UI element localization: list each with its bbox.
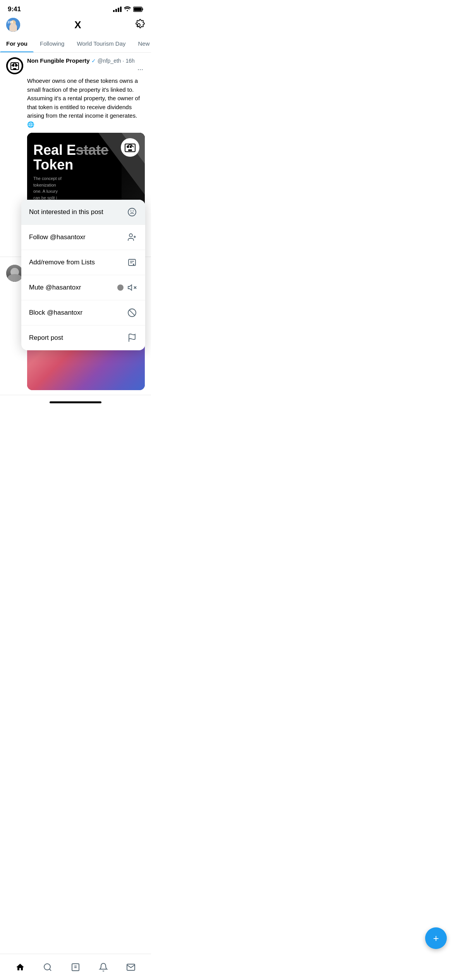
svg-point-5 <box>9 26 18 32</box>
list-add-icon <box>127 257 137 268</box>
wifi-icon <box>124 6 131 13</box>
tweet-1-header: Non Fungible Property ✓ @nfp_eth · 16h ·… <box>6 57 145 74</box>
svg-rect-11 <box>13 68 16 70</box>
status-bar: 9:41 <box>0 0 151 16</box>
tweet-1-handle: @nfp_eth <box>98 58 121 64</box>
frown-icon <box>127 207 137 218</box>
context-follow[interactable]: Follow @hasantoxr <box>21 225 145 250</box>
block-icon <box>127 307 137 318</box>
tab-new[interactable]: New A <box>132 35 151 52</box>
home-indicator <box>50 401 101 403</box>
context-block-label: Block @hasantoxr <box>29 308 127 317</box>
context-not-interested[interactable]: Not interested in this post <box>21 200 145 225</box>
context-follow-label: Follow @hasantoxr <box>29 233 127 242</box>
tweet-1-name-row: Non Fungible Property ✓ @nfp_eth · 16h ·… <box>27 57 145 74</box>
status-icons <box>113 6 143 13</box>
scroll-indicator <box>117 284 124 291</box>
svg-point-7 <box>8 59 22 73</box>
context-menu: Not interested in this post Follow @hasa… <box>21 200 145 350</box>
tweet-image-title-line1: Real Estate <box>33 142 108 158</box>
profile-avatar-img: 199 <box>6 18 20 32</box>
tabs: For you Following World Tourism Day New … <box>0 35 151 53</box>
context-report[interactable]: Report post <box>21 326 145 350</box>
nfp-logo <box>6 57 23 74</box>
context-not-interested-label: Not interested in this post <box>29 208 127 216</box>
flag-icon <box>127 332 137 343</box>
tweet-1-body: Whoever owns one of these tokens owns a … <box>27 77 145 129</box>
mute-icon <box>127 282 137 293</box>
signal-icon <box>113 7 122 12</box>
svg-line-35 <box>129 310 135 315</box>
settings-icon[interactable] <box>136 19 145 31</box>
tab-world-tourism[interactable]: World Tourism Day <box>70 35 132 52</box>
battery-icon <box>133 7 143 12</box>
tweet-image-title-line2: Token <box>33 158 139 172</box>
context-add-list-label: Add/remove from Lists <box>29 258 127 267</box>
x-logo: X <box>74 19 81 31</box>
tweet-1-avatar[interactable] <box>6 57 23 74</box>
svg-text:199: 199 <box>7 20 13 24</box>
tweet-2-avatar[interactable] <box>6 265 23 282</box>
tweet-1-more-button[interactable]: ··· <box>136 65 145 74</box>
svg-rect-26 <box>129 259 136 266</box>
svg-point-20 <box>128 208 136 216</box>
avatar[interactable]: 199 <box>6 18 20 32</box>
home-indicator-area <box>0 395 151 406</box>
svg-rect-1 <box>142 9 143 10</box>
svg-rect-2 <box>134 8 142 11</box>
tweet-1-timeago: 16h <box>125 58 134 64</box>
tweet-1-meta: Non Fungible Property ✓ @nfp_eth · 16h ·… <box>27 57 145 74</box>
person-add-icon <box>127 232 137 243</box>
tweet-1-image-text: Real Estate Token <box>33 143 139 172</box>
tab-for-you[interactable]: For you <box>0 35 34 52</box>
tab-following[interactable]: Following <box>34 35 70 52</box>
tweet-1-author-name: Non Fungible Property <box>27 57 90 64</box>
svg-point-23 <box>129 234 132 237</box>
context-report-label: Report post <box>29 334 127 342</box>
context-add-list[interactable]: Add/remove from Lists <box>21 250 145 275</box>
status-time: 9:41 <box>8 5 21 13</box>
svg-marker-31 <box>128 285 132 290</box>
header: 199 X <box>0 16 151 35</box>
tweet-1-verified: ✓ <box>91 58 96 64</box>
tweet-1: Non Fungible Property ✓ @nfp_eth · 16h ·… <box>0 53 151 257</box>
tweet-2-avatar-img <box>6 265 23 282</box>
context-mute-label: Mute @hasantoxr <box>29 283 127 292</box>
context-mute[interactable]: Mute @hasantoxr <box>21 275 145 300</box>
context-block[interactable]: Block @hasantoxr <box>21 300 145 326</box>
tweet-1-time: · <box>123 58 124 64</box>
